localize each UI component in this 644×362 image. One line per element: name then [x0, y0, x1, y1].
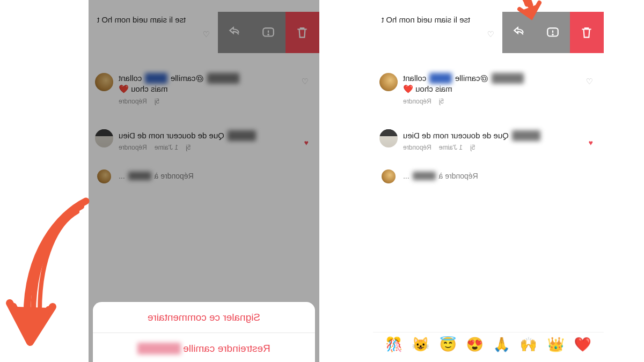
avatar[interactable] — [382, 169, 396, 183]
reply-link[interactable]: Répondre — [119, 97, 147, 106]
svg-point-3 — [553, 34, 553, 34]
reaction-emoji[interactable]: 😺 — [412, 336, 429, 353]
heart-emoji: ❤️ — [119, 84, 129, 93]
avatar[interactable] — [97, 169, 111, 183]
redacted-text: xx xxx xx — [137, 343, 181, 354]
like-icon-outline[interactable]: ♡ — [586, 77, 593, 86]
share-icon — [513, 26, 526, 40]
reaction-bar: ❤️ 👑 🙌 🙏 😍 😇 😺 🎊 — [373, 332, 604, 357]
redacted-text: xxxx xxx — [492, 73, 524, 84]
comment-text: collant — [403, 73, 426, 84]
redacted-text: xxx xx — [413, 172, 436, 180]
comment-1: xxxx xxx @camille xxxxx collant mais cho… — [403, 73, 572, 106]
report-button[interactable] — [252, 12, 286, 53]
avatar[interactable] — [95, 129, 113, 147]
reply-prefix: Répondre à — [439, 172, 478, 180]
mention[interactable]: @camille — [171, 73, 204, 84]
svg-point-1 — [268, 34, 269, 34]
comment-text: mais chou — [415, 84, 452, 93]
comment-1: xxxx xxx @camille xxxxx collant mais cho… — [119, 73, 287, 106]
likes-count[interactable]: 1 J'aime — [155, 143, 178, 152]
reaction-emoji[interactable]: 🙌 — [520, 336, 537, 353]
swipe-actions-left — [218, 12, 319, 53]
trash-icon — [296, 26, 310, 40]
delete-button[interactable] — [286, 12, 319, 53]
comment-text: Que de douceur nom de Dieu — [403, 130, 509, 141]
partial-comment-right: t Oh mon dieu mais il est — [382, 15, 470, 24]
share-button[interactable] — [502, 12, 536, 53]
warn-icon — [546, 26, 560, 40]
comment-2: xx xxxx Que de douceur nom de Dieu 5j 1 … — [403, 130, 572, 152]
redacted-text: xxx xx — [128, 172, 151, 180]
comment-age: 5j — [186, 143, 191, 152]
phone-right: t Oh mon dieu mais il est ♡ xxxx xxx @ca… — [373, 0, 604, 362]
trash-icon — [580, 26, 594, 40]
report-button[interactable] — [536, 12, 570, 53]
comment-text: mais chou — [131, 84, 167, 93]
like-icon-filled[interactable]: ♥ — [304, 138, 309, 147]
reaction-emoji[interactable]: 😍 — [466, 336, 484, 353]
redacted-text: xx xxxx — [228, 130, 256, 141]
like-icon-outline[interactable]: ♡ — [302, 77, 309, 86]
redacted-text: xx xxxx — [512, 130, 540, 141]
reply-prefix: Répondre à — [155, 172, 194, 180]
reply-link[interactable]: Répondre — [403, 143, 431, 152]
avatar[interactable] — [95, 73, 113, 91]
comment-age: 5j — [470, 143, 475, 152]
share-button[interactable] — [218, 12, 252, 53]
swipe-actions-right — [502, 12, 604, 53]
reply-link[interactable]: Répondre — [403, 97, 431, 106]
like-icon-filled[interactable]: ♥ — [589, 138, 593, 147]
comment-text: Que de douceur nom de Dieu — [119, 130, 224, 141]
redacted-text: xxxx xxx — [207, 73, 240, 84]
partial-comment-left: t Oh mon dieu mais il est — [97, 15, 186, 24]
reaction-emoji[interactable]: 😇 — [440, 336, 457, 353]
heart-emoji: ❤️ — [403, 84, 413, 93]
comment-2: xx xxxx Que de douceur nom de Dieu 5j 1 … — [119, 130, 287, 152]
likes-count[interactable]: 1 J'aime — [439, 143, 463, 152]
reply-suffix: ... — [403, 172, 409, 180]
warn-icon — [262, 26, 276, 40]
reply-composer[interactable]: Répondre à xxx xx ... — [119, 172, 271, 180]
reply-composer[interactable]: Répondre à xxx xx ... — [403, 172, 555, 180]
reaction-emoji[interactable]: 🎊 — [385, 336, 402, 353]
reaction-emoji[interactable]: 🙏 — [493, 336, 510, 353]
sheet-report[interactable]: Signaler ce commentaire — [93, 302, 315, 333]
like-icon-outline[interactable]: ♡ — [487, 29, 494, 39]
avatar[interactable] — [379, 129, 398, 147]
like-icon-outline[interactable]: ♡ — [203, 29, 210, 39]
reply-link[interactable]: Répondre — [119, 143, 147, 152]
mention[interactable]: @camille — [455, 73, 488, 84]
delete-button[interactable] — [570, 12, 604, 53]
reaction-emoji[interactable]: 👑 — [547, 336, 565, 353]
sheet-restrict-label: Restreindre camille — [183, 343, 270, 354]
redacted-text: xxxxx — [429, 73, 452, 84]
comment-age: 5j — [439, 97, 444, 106]
reply-suffix: ... — [119, 172, 125, 180]
phone-left: t Oh mon dieu mais il est ♡ xxxx xxx @ca… — [89, 0, 319, 362]
comment-age: 5j — [155, 97, 159, 106]
share-icon — [228, 26, 242, 40]
action-sheet: Signaler ce commentaire Restreindre cami… — [93, 302, 315, 362]
reaction-emoji[interactable]: ❤️ — [574, 336, 591, 353]
avatar[interactable] — [379, 73, 398, 91]
sheet-restrict[interactable]: Restreindre camille xx xxx xx — [93, 333, 315, 362]
comment-text: collant — [119, 73, 142, 84]
redacted-text: xxxxx — [145, 73, 167, 84]
